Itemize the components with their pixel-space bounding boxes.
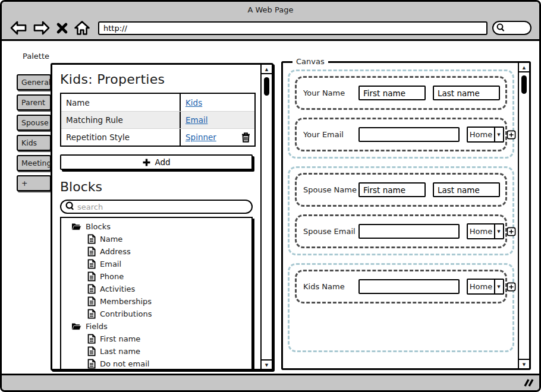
blocks-tree: Blocks Name Address Email Phone Activiti… — [60, 217, 253, 369]
add-field-icon[interactable] — [507, 130, 516, 140]
window-title: A Web Page — [2, 2, 539, 16]
dropdown[interactable]: Home ▼ — [467, 279, 504, 295]
canvas-group[interactable]: Your Name Your Email Home ▼ — [288, 69, 514, 159]
property-label: Matching Rule — [61, 112, 180, 128]
resize-grip-icon[interactable] — [524, 378, 534, 390]
document-icon — [87, 284, 96, 294]
canvas-scrollbar[interactable]: ▲ ▼ — [518, 63, 529, 368]
property-value-cell: Spinner — [180, 129, 254, 146]
add-button[interactable]: Add — [60, 154, 253, 170]
property-label: Repetition Style — [61, 129, 180, 146]
tree-item-label: Contributions — [100, 309, 152, 318]
chevron-down-icon[interactable]: ▼ — [494, 127, 504, 143]
search-icon — [496, 23, 505, 34]
palette-tab-general[interactable]: General — [17, 74, 51, 90]
scroll-down-icon[interactable]: ▼ — [519, 359, 529, 368]
text-input[interactable] — [358, 182, 426, 197]
document-icon — [87, 271, 96, 282]
tree-item-label: Name — [100, 235, 122, 244]
search-input[interactable] — [77, 203, 251, 211]
text-input[interactable] — [358, 127, 460, 142]
tree-item[interactable]: Memberships — [61, 295, 251, 308]
blocks-search-field[interactable] — [60, 200, 253, 214]
palette-tab-parent[interactable]: Parent — [17, 94, 51, 110]
scroll-up-icon[interactable]: ▲ — [262, 65, 272, 74]
tree-item-label: Phone — [100, 272, 124, 281]
scroll-down-icon[interactable]: ▼ — [262, 359, 272, 369]
tree-item-label: Activities — [100, 284, 135, 293]
tree-item[interactable]: Phone — [61, 270, 251, 283]
folder-icon — [71, 223, 81, 230]
text-input[interactable] — [433, 182, 500, 197]
browser-search-field[interactable] — [492, 21, 531, 35]
palette-tab-meeting[interactable]: Meeting — [17, 155, 51, 171]
canvas-row-label: Your Email — [303, 130, 358, 139]
tree-item[interactable]: Blocks — [61, 220, 251, 233]
add-button-label: Add — [155, 157, 170, 167]
tree-item-label: Do not email — [100, 359, 149, 368]
tree-item[interactable]: Do not email — [61, 358, 251, 369]
text-input[interactable] — [358, 224, 460, 239]
palette-tab-add[interactable]: + — [17, 175, 51, 191]
property-value-cell: Kids — [180, 94, 254, 111]
scroll-up-icon[interactable]: ▲ — [519, 63, 529, 72]
tree-item-label: Memberships — [100, 297, 152, 306]
chevron-down-icon[interactable]: ▼ — [494, 223, 504, 239]
property-value-link[interactable]: Kids — [185, 98, 202, 108]
add-field-icon[interactable] — [507, 282, 516, 292]
text-input[interactable] — [358, 86, 426, 100]
canvas-row[interactable]: Kids Name Home ▼ — [295, 270, 507, 304]
text-input[interactable] — [433, 86, 500, 100]
close-icon[interactable] — [56, 22, 68, 34]
properties-title: Kids: Properties — [60, 72, 256, 87]
tree-item[interactable]: Last name — [61, 345, 251, 358]
canvas-row-label: Kids Name — [303, 282, 358, 291]
forward-icon[interactable] — [33, 20, 51, 36]
tree-item[interactable]: Activities — [61, 283, 251, 295]
tree-item[interactable]: Fields — [61, 320, 251, 333]
scroll-thumb[interactable] — [264, 77, 269, 96]
properties-panel-content: Kids: Properties Name Kids Matching Rule… — [52, 65, 260, 369]
left-scrollbar[interactable]: ▲ ▼ — [260, 65, 272, 369]
tree-item-label: Blocks — [86, 222, 111, 231]
home-icon[interactable] — [74, 20, 90, 36]
add-field-icon[interactable] — [507, 227, 516, 236]
plus-icon — [142, 158, 151, 167]
canvas-row[interactable]: Spouse Name — [295, 173, 507, 207]
tree-item-label: Last name — [100, 347, 140, 356]
canvas-row[interactable]: Your Name — [295, 76, 507, 110]
canvas-content: Your Name Your Email Home ▼ Spouse Name … — [283, 63, 518, 368]
chevron-down-icon[interactable]: ▼ — [494, 279, 504, 295]
tree-item[interactable]: Email — [61, 258, 251, 270]
dropdown[interactable]: Home ▼ — [467, 223, 504, 239]
canvas-row-label: Your Name — [303, 88, 358, 97]
document-icon — [87, 334, 96, 344]
url-input[interactable] — [98, 21, 487, 35]
dropdown-value: Home — [467, 127, 495, 143]
trash-icon[interactable] — [241, 132, 250, 145]
canvas-group[interactable]: Spouse Name Spouse Email Home ▼ — [288, 166, 514, 255]
browser-window: A Web Page Palette GeneralParentSpous — [0, 0, 541, 392]
dropdown[interactable]: Home ▼ — [467, 127, 504, 143]
folder-icon — [71, 323, 81, 330]
property-row: Matching Rule Email — [61, 111, 254, 128]
palette-tab-kids[interactable]: Kids — [17, 135, 51, 151]
palette-label: Palette — [23, 52, 49, 61]
status-bar — [2, 374, 539, 390]
tree-item[interactable]: Contributions — [61, 308, 251, 320]
tree-item[interactable]: First name — [61, 333, 251, 345]
property-value-link[interactable]: Email — [185, 115, 207, 125]
dropdown-value: Home — [467, 223, 495, 239]
scroll-thumb[interactable] — [521, 75, 527, 94]
property-value-link[interactable]: Spinner — [185, 132, 216, 142]
back-icon[interactable] — [10, 20, 27, 36]
canvas-row[interactable]: Spouse Email Home ▼ — [295, 214, 507, 248]
properties-panel: Kids: Properties Name Kids Matching Rule… — [51, 63, 273, 371]
canvas-group[interactable]: Kids Name Home ▼ — [288, 263, 514, 352]
palette-tab-spouse[interactable]: Spouse — [17, 115, 51, 131]
property-row: Repetition Style Spinner — [61, 128, 254, 146]
tree-item[interactable]: Name — [61, 233, 251, 245]
tree-item[interactable]: Address — [61, 245, 251, 258]
text-input[interactable] — [358, 279, 460, 294]
canvas-row[interactable]: Your Email Home ▼ — [295, 118, 507, 151]
